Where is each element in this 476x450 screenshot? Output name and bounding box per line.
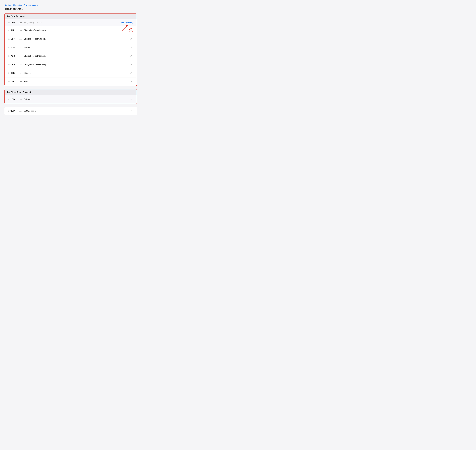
currency-gbp: GBP: [11, 38, 18, 40]
gateway-czk: Stripe-1: [24, 81, 129, 83]
direct-debit-section: For Direct Debit Payments if: USD use: S…: [5, 89, 137, 104]
card-sek-row: if: SEK use: Stripe-1: [5, 69, 137, 77]
gateway-eur: Stripe-1: [24, 46, 129, 49]
edit-icon-aud[interactable]: [129, 54, 133, 58]
edit-icon-sek[interactable]: [129, 71, 133, 75]
currency-usd: USD: [11, 22, 18, 24]
use-label-gbp: use:: [19, 38, 23, 40]
use-label-debit-gbp: use:: [19, 110, 22, 112]
edit-icon-eur[interactable]: [129, 46, 133, 49]
use-label-sek: use:: [19, 72, 23, 74]
card-inr-row: if: INR use: Chargebee Test Gateway: [5, 26, 137, 35]
use-label-czk: use:: [19, 81, 23, 83]
currency-sek: SEK: [11, 72, 18, 74]
use-label-inr: use:: [19, 29, 23, 31]
if-label-sek: if:: [8, 72, 10, 74]
gateway-debit-gbp: GoCardless-1: [24, 110, 129, 112]
card-payments-header: For Card Payments: [5, 13, 137, 19]
edit-icon-debit-gbp[interactable]: [129, 109, 133, 113]
edit-icon-gbp[interactable]: [129, 37, 133, 41]
breadcrumb: Configure Chargebee / Payment gateways: [5, 4, 137, 6]
use-label-aud: use:: [19, 55, 23, 57]
card-aud-row: if: AUD use: Chargebee Test Gateway: [5, 52, 137, 60]
use-label-eur: use:: [19, 47, 23, 49]
gateway-usd: No gateway selected: [24, 22, 121, 24]
debit-usd-row: if: USD use: Stripe-1: [5, 95, 137, 104]
card-usd-row: if: USD use: No gateway selected Add a g…: [5, 19, 137, 26]
edit-icon-chf[interactable]: [129, 63, 133, 66]
breadcrumb-separator: /: [23, 4, 24, 6]
card-chf-row: if: CHF use: Chargebee Test Gateway: [5, 60, 137, 69]
card-eur-row: if: EUR use: Stripe-1: [5, 43, 137, 52]
if-label-aud: if:: [8, 55, 10, 57]
if-label-chf: if:: [8, 64, 10, 66]
debit-gbp-row: if: GBP use: GoCardless-1: [5, 107, 137, 115]
use-label-debit-usd: use:: [19, 98, 23, 101]
breadcrumb-configure[interactable]: Configure Chargebee: [5, 4, 23, 6]
page-title: Smart Routing: [5, 7, 137, 10]
currency-debit-gbp: GBP: [10, 110, 18, 112]
use-label-chf: use:: [19, 64, 23, 66]
gateway-gbp: Chargebee Test Gateway: [24, 38, 129, 40]
edit-icon-czk[interactable]: [129, 80, 133, 84]
direct-debit-header: For Direct Debit Payments: [5, 89, 137, 95]
use-label-usd: use:: [19, 22, 23, 24]
currency-aud: AUD: [11, 55, 18, 57]
if-label-inr: if:: [8, 29, 10, 31]
edit-icon-debit-usd[interactable]: [129, 97, 133, 101]
add-gateway-button[interactable]: Add a gateway: [121, 22, 133, 24]
currency-eur: EUR: [11, 46, 18, 49]
breadcrumb-payment-gateways[interactable]: Payment gateways: [24, 4, 40, 6]
if-label-debit-gbp: if:: [8, 110, 9, 112]
gateway-aud: Chargebee Test Gateway: [24, 55, 129, 57]
gateway-chf: Chargebee Test Gateway: [24, 64, 129, 66]
if-label-czk: if:: [8, 81, 10, 83]
currency-debit-usd: USD: [11, 98, 18, 101]
debit-gbp-section: if: GBP use: GoCardless-1: [5, 107, 137, 115]
edit-icon-inr[interactable]: [129, 28, 133, 32]
currency-chf: CHF: [11, 64, 18, 66]
gateway-sek: Stripe-1: [24, 72, 129, 74]
if-label-debit-usd: if:: [8, 98, 10, 101]
card-payments-section: For Card Payments if: USD use: No gatewa…: [5, 13, 137, 86]
gateway-debit-usd: Stripe-1: [24, 98, 129, 101]
currency-czk: CZK: [11, 81, 18, 83]
gateway-inr: Chargebee Test Gateway: [24, 29, 129, 31]
card-gbp-row: if: GBP use: Chargebee Test Gateway: [5, 35, 137, 43]
if-label-eur: if:: [8, 47, 10, 49]
if-label-usd: if:: [8, 22, 10, 24]
currency-inr: INR: [11, 29, 18, 31]
card-czk-row: if: CZK use: Stripe-1: [5, 77, 137, 86]
if-label-gbp: if:: [8, 38, 10, 40]
